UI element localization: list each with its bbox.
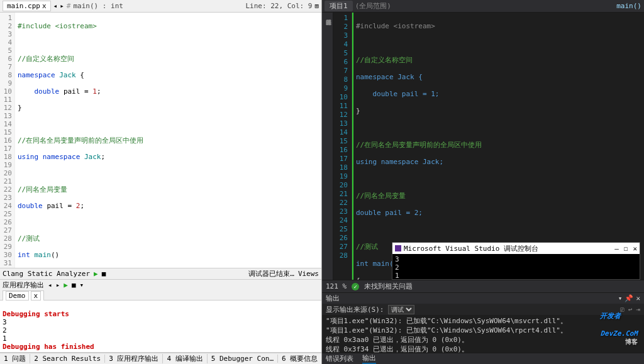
- func-crumb[interactable]: main(): [616, 2, 641, 10]
- console-title: Microsoft Visual Studio 调试控制台: [404, 244, 538, 253]
- nav-next-icon[interactable]: ▸: [60, 2, 64, 10]
- maximize-icon[interactable]: ☐: [624, 245, 628, 253]
- tab-issues[interactable]: 1 问题: [0, 354, 30, 363]
- cursor-pos: Line: 22, Col: 9: [245, 2, 312, 10]
- minimize-icon[interactable]: —: [614, 245, 619, 253]
- tab-summary[interactable]: 6 概要信息: [278, 354, 321, 363]
- demo-tab-row: Demo x: [0, 290, 321, 301]
- left-bottom-tabs: 1 问题 2 Search Results 3 应用程序输出 4 编译输出 5 …: [0, 353, 321, 364]
- dropdown-icon[interactable]: ▾: [618, 294, 623, 302]
- right-statusbar: 121 % ✓ 未找到相关问题: [322, 280, 644, 292]
- scope-crumb[interactable]: (全局范围): [355, 1, 614, 11]
- pin-icon[interactable]: 📌: [625, 294, 633, 302]
- analyzer-bar: Clang Static Analyzer ▶ ■ 调试器已结束… Views: [0, 268, 321, 279]
- tab-debugger[interactable]: 5 Debugger Con…: [208, 355, 278, 363]
- zoom-level[interactable]: 121 %: [326, 282, 347, 290]
- wrap-icon[interactable]: ↩: [628, 306, 633, 314]
- output-title: 输出: [326, 294, 340, 303]
- left-ide: main.cpp x ◂ ▸ # main() : int Line: 22, …: [0, 0, 322, 364]
- close-icon[interactable]: ✕: [633, 245, 637, 253]
- left-code[interactable]: #include <iostream> //自定义名称空间 namespace …: [15, 13, 321, 268]
- status-msg: 未找到相关问题: [364, 282, 413, 291]
- right-code[interactable]: #include <iostream> //自定义名称空间 namespace …: [352, 13, 644, 280]
- output-label: 应用程序输出: [3, 280, 44, 290]
- tab-output[interactable]: 输出: [362, 353, 376, 364]
- right-output[interactable]: "项目1.exe"(Win32): 已加载"C:\Windows\SysWOW6…: [322, 315, 644, 353]
- status-ok-icon: ✓: [352, 283, 359, 290]
- breadcrumb[interactable]: main() : int: [73, 2, 123, 10]
- right-editor[interactable]: 1234567891011121314151617181920212223242…: [333, 13, 644, 280]
- output-toolbar: 显示输出来源(S): 调试 ⎚ ↩ ⇥: [322, 304, 644, 315]
- nav-prev-icon[interactable]: ◂: [53, 2, 58, 10]
- close-icon[interactable]: x: [31, 291, 42, 301]
- left-output[interactable]: Debugging starts 3 2 1 Debugging has fin…: [0, 301, 321, 353]
- analyzer-label: Clang Static Analyzer: [3, 270, 90, 278]
- left-editor[interactable]: 1234567891011121314151617181920212223242…: [0, 13, 321, 268]
- left-gutter: 1234567891011121314151617181920212223242…: [0, 13, 15, 268]
- tab-errorlist[interactable]: 错误列表: [326, 354, 353, 363]
- clear-icon[interactable]: ⎚: [620, 306, 625, 314]
- close-icon[interactable]: x: [42, 2, 47, 10]
- console-titlebar[interactable]: Microsoft Visual Studio 调试控制台 —☐✕: [392, 243, 640, 254]
- debug-console[interactable]: Microsoft Visual Studio 调试控制台 —☐✕ 3 2 1: [392, 242, 640, 280]
- nav-l-icon[interactable]: ◂: [48, 281, 52, 289]
- file-tab[interactable]: main.cpp x: [3, 1, 51, 11]
- output-toolbar: 应用程序输出 ◂ ▸ ▶ ■ ▾: [0, 279, 321, 290]
- views-label[interactable]: Views: [298, 270, 319, 278]
- output-source-label: 显示输出来源(S):: [326, 305, 384, 314]
- stop-icon[interactable]: ■: [72, 281, 76, 289]
- vs-icon: [395, 245, 401, 251]
- right-ide: 项目1 (全局范围) main() 服务器资源管理器 1234567891011…: [322, 0, 644, 364]
- split-icon[interactable]: ⊞: [314, 2, 319, 10]
- breadcrumb-sep: #: [67, 2, 71, 10]
- run-icon[interactable]: ▶: [94, 270, 98, 278]
- right-main: 服务器资源管理器 1234567891011121314151617181920…: [322, 13, 644, 280]
- tab-compile[interactable]: 4 编译输出: [163, 354, 207, 363]
- project-crumb[interactable]: 项目1: [325, 1, 353, 11]
- right-gutter: 1234567891011121314151617181920212223242…: [333, 13, 352, 280]
- file-name: main.cpp: [7, 2, 40, 10]
- right-bottom-tabs: 错误列表 输出: [322, 353, 644, 364]
- console-body: 3 2 1: [392, 254, 640, 280]
- left-tabbar: main.cpp x ◂ ▸ # main() : int Line: 22, …: [0, 0, 321, 13]
- stop-icon[interactable]: ■: [102, 270, 106, 278]
- demo-tab[interactable]: Demo x: [3, 290, 44, 301]
- close-icon[interactable]: ✕: [636, 294, 640, 302]
- side-tab[interactable]: 服务器资源管理器: [322, 13, 333, 280]
- analyzer-status: 调试器已结束…: [248, 269, 294, 279]
- run-icon[interactable]: ▶: [64, 281, 68, 289]
- tab-appout[interactable]: 3 应用程序输出: [105, 354, 163, 363]
- tab-search[interactable]: 2 Search Results: [30, 355, 105, 363]
- goto-icon[interactable]: ⇥: [636, 306, 640, 314]
- right-breadcrumb: 项目1 (全局范围) main(): [322, 0, 644, 13]
- output-header: 输出 ▾📌✕: [322, 292, 644, 304]
- nav-r-icon[interactable]: ▸: [56, 281, 60, 289]
- filter-icon[interactable]: ▾: [80, 281, 84, 289]
- output-source-select[interactable]: 调试: [388, 305, 414, 314]
